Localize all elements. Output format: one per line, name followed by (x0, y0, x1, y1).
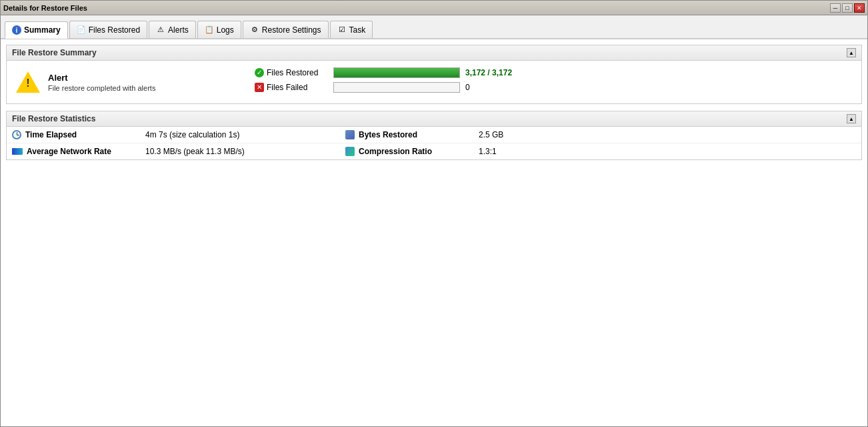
checkmark-icon: ✓ (255, 68, 264, 77)
network-icon (12, 148, 23, 155)
tab-task[interactable]: ☑ Task (330, 21, 373, 38)
restore-settings-icon: ⚙ (250, 25, 259, 35)
warning-icon: ! (15, 69, 41, 95)
statistics-section-body: Time Elapsed 4m 7s (size calculation 1s)… (7, 127, 861, 159)
info-icon: i (12, 25, 21, 35)
title-bar: Details for Restore Files ─ □ ✕ (1, 1, 867, 15)
close-button[interactable]: ✕ (854, 3, 865, 13)
task-icon: ☑ (337, 25, 347, 35)
compression-icon (345, 147, 355, 156)
files-restored-row: ✓ Files Restored 3,172 / 3,172 (255, 67, 853, 78)
summary-scroll-up[interactable]: ▲ (847, 48, 856, 57)
avg-network-value: 10.3 MB/s (peak 11.3 MB/s) (140, 143, 340, 160)
summary-section: File Restore Summary ▲ ! Alert (6, 45, 862, 104)
bytes-icon (345, 130, 355, 139)
window-title: Details for Restore Files (3, 4, 87, 12)
statistics-section: File Restore Statistics ▲ (6, 111, 862, 160)
files-failed-label: ✕ Files Failed (255, 83, 328, 92)
compression-ratio-value: 1.3:1 (473, 143, 673, 160)
summary-content: ! Alert File restore completed with aler… (15, 67, 853, 97)
table-row: Average Network Rate 10.3 MB/s (peak 11.… (7, 143, 861, 160)
files-icon: 📄 (77, 25, 86, 35)
statistics-section-header: File Restore Statistics ▲ (7, 111, 861, 127)
clock-icon (12, 130, 21, 139)
logs-icon: 📋 (205, 25, 214, 35)
tab-files-restored[interactable]: 📄 Files Restored (69, 21, 147, 38)
statistics-table: Time Elapsed 4m 7s (size calculation 1s)… (7, 127, 861, 159)
main-window: Details for Restore Files ─ □ ✕ i Summar… (0, 0, 868, 427)
bytes-restored-label: Bytes Restored (340, 127, 473, 143)
time-elapsed-value: 4m 7s (size calculation 1s) (140, 127, 340, 143)
files-restored-progress (333, 67, 460, 78)
alert-text: Alert File restore completed with alerts (48, 73, 155, 92)
alert-tab-icon: ⚠ (156, 25, 165, 35)
files-failed-row: ✕ Files Failed 0 (255, 82, 853, 93)
time-elapsed-label: Time Elapsed (7, 127, 140, 143)
minimize-button[interactable]: ─ (830, 3, 841, 13)
bytes-restored-value: 2.5 GB (473, 127, 673, 143)
statistics-scroll-up[interactable]: ▲ (847, 114, 856, 123)
summary-section-body: ! Alert File restore completed with aler… (7, 61, 861, 103)
avg-network-label: Average Network Rate (7, 143, 140, 160)
alert-row: ! Alert File restore completed with aler… (15, 69, 215, 95)
tab-restore-settings[interactable]: ⚙ Restore Settings (243, 21, 329, 38)
tab-alerts[interactable]: ⚠ Alerts (149, 21, 196, 38)
files-failed-value: 0 (465, 83, 470, 92)
progress-fill (334, 68, 459, 77)
tab-summary[interactable]: i Summary (5, 21, 68, 39)
compression-ratio-label: Compression Ratio (340, 143, 473, 160)
tab-logs[interactable]: 📋 Logs (197, 21, 241, 38)
window-controls: ─ □ ✕ (830, 3, 865, 13)
table-row: Time Elapsed 4m 7s (size calculation 1s)… (7, 127, 861, 143)
summary-section-header: File Restore Summary ▲ (7, 45, 861, 61)
files-restored-value: 3,172 / 3,172 (465, 68, 512, 77)
red-x-icon: ✕ (255, 83, 264, 92)
main-content: File Restore Summary ▲ ! Alert (1, 39, 867, 426)
tab-bar: i Summary 📄 Files Restored ⚠ Alerts 📋 Lo… (1, 15, 867, 39)
maximize-button[interactable]: □ (842, 3, 853, 13)
files-failed-progress (333, 82, 460, 93)
progress-stats: ✓ Files Restored 3,172 / 3,172 ✕ (215, 67, 853, 97)
files-restored-label: ✓ Files Restored (255, 68, 328, 77)
